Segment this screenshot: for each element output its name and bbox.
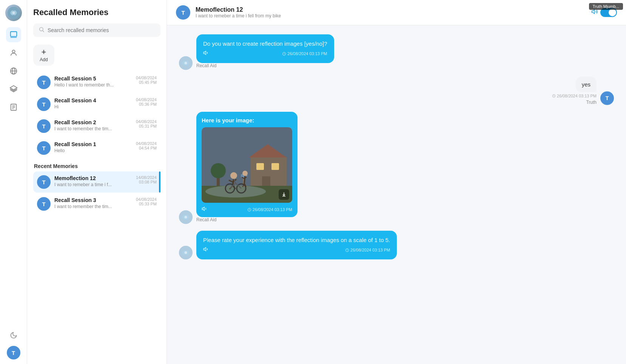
session-preview: I want to remember the tim... — [54, 126, 132, 131]
user-timestamp: 26/08/2024 03:13 PM — [552, 94, 597, 98]
image-bubble-title: Here is your image: — [202, 117, 292, 123]
session-time: 04/08/2024 — [136, 119, 157, 124]
timestamp-3: 26/08/2024 03:13 PM — [247, 207, 292, 212]
session-preview: I want to remeber a time i f... — [54, 182, 132, 187]
session-time-2: 03:08 PM — [139, 180, 157, 184]
session-preview: Hello I want to remember th... — [54, 82, 132, 88]
sidebar-title: Recalled Memories — [33, 8, 160, 17]
svg-point-1 — [12, 11, 15, 14]
messages-area: Do you want to create reflection images … — [167, 25, 626, 364]
session-name: Recall Session 4 — [54, 97, 132, 103]
nav-chat-icon[interactable] — [6, 27, 21, 42]
audio-icon-1[interactable] — [203, 50, 209, 58]
session-item[interactable]: T Recall Session 5 Hello I want to remem… — [33, 72, 160, 93]
search-input[interactable] — [48, 27, 155, 33]
top-user-badge: Truth Mjumb... — [589, 3, 623, 10]
chat-title: Memoflection 12 — [196, 6, 586, 13]
svg-point-22 — [185, 216, 187, 219]
chat-header: T Memoflection 12 I want to remeber a ti… — [167, 0, 626, 25]
session-item[interactable]: T Recall Session 2 I want to remember th… — [33, 116, 160, 137]
bot-bubble-1: Do you want to create reflection images … — [196, 34, 334, 63]
svg-point-30 — [205, 185, 266, 197]
session-time-2: 04:54 PM — [139, 146, 157, 150]
active-indicator — [159, 171, 160, 193]
bot-message-text-4: Please rate your experience with the ref… — [203, 237, 390, 243]
session-name: Recall Session 5 — [54, 76, 132, 82]
message-row-1: Do you want to create reflection images … — [179, 34, 614, 70]
session-time-2: 05:31 PM — [139, 124, 157, 128]
nav-layers-icon[interactable] — [6, 82, 21, 97]
svg-point-35 — [230, 172, 237, 179]
bot-bubble-4: Please rate your experience with the ref… — [196, 231, 397, 259]
image-container — [202, 127, 292, 203]
user-bubble-yes: yes — [576, 77, 597, 92]
image-bubble: Here is your image: — [196, 112, 298, 217]
session-preview: Hello — [54, 148, 132, 153]
session-item[interactable]: T Recall Session 1 Hello 04/08/2024 04:5… — [33, 137, 160, 159]
timestamp-1: 26/08/2024 03:13 PM — [282, 51, 327, 57]
bot-message-text-1: Do you want to create reflection images … — [203, 40, 327, 47]
bot-avatar-3 — [179, 246, 193, 259]
svg-marker-15 — [592, 10, 595, 14]
session-preview: I want to remember the tim... — [54, 204, 132, 209]
nav-moon-icon[interactable] — [6, 328, 21, 343]
svg-point-17 — [185, 62, 187, 65]
svg-rect-27 — [271, 163, 279, 170]
sender-label-3: Recall Aid — [196, 217, 298, 222]
session-time: 14/08/2024 — [136, 175, 157, 180]
session-avatar: T — [37, 141, 51, 155]
session-time: 04/08/2024 — [136, 97, 157, 102]
nav-globe-icon[interactable] — [6, 63, 21, 79]
message-row-4: Please rate your experience with the ref… — [179, 231, 614, 259]
recent-memories-header: Recent Memories — [34, 163, 160, 169]
session-time: 04/08/2024 — [136, 141, 157, 146]
svg-point-32 — [211, 163, 226, 178]
message-row-2: T yes 26/08/2024 03:13 PM Truth — [179, 77, 614, 105]
session-list-main: T Recall Session 5 Hello I want to remem… — [33, 72, 160, 159]
user-name-label: Truth — [586, 100, 597, 105]
sidebar: Recalled Memories + Add T Recall Session… — [27, 0, 167, 364]
session-time: 04/08/2024 — [136, 197, 157, 202]
icon-bar: T — [0, 0, 27, 364]
svg-rect-26 — [256, 163, 264, 170]
add-label: Add — [40, 57, 48, 62]
add-icon: + — [42, 48, 46, 56]
svg-marker-52 — [202, 207, 204, 210]
add-button[interactable]: + Add — [33, 45, 54, 66]
active-session-item[interactable]: T Memoflection 12 I want to remeber a ti… — [33, 171, 160, 193]
search-icon — [39, 26, 45, 34]
chat-header-avatar: T — [176, 5, 190, 20]
download-image-button[interactable] — [279, 189, 289, 200]
session-avatar: T — [37, 119, 51, 133]
session-avatar: T — [37, 97, 51, 111]
svg-point-46 — [242, 171, 248, 176]
session-avatar: T — [37, 76, 51, 89]
session-avatar: T — [37, 175, 51, 189]
svg-point-4 — [12, 50, 15, 53]
session-name: Recall Session 3 — [54, 197, 132, 203]
session-avatar: T — [37, 197, 51, 211]
svg-rect-2 — [10, 32, 17, 37]
sender-label-1: Recall Aid — [196, 63, 334, 68]
app-logo — [5, 5, 22, 21]
svg-point-13 — [40, 28, 43, 31]
svg-line-14 — [43, 31, 44, 32]
svg-line-47 — [244, 176, 245, 183]
nav-people-icon[interactable] — [6, 45, 21, 60]
session-item[interactable]: T Recall Session 3 I want to remember th… — [33, 193, 160, 214]
svg-marker-56 — [204, 247, 206, 251]
nav-notes-icon[interactable] — [6, 100, 21, 115]
session-name: Memoflection 12 — [54, 175, 132, 181]
chat-subtitle: I want to remeber a time i fell from my … — [196, 13, 586, 19]
toggle-knob — [609, 9, 616, 16]
session-item[interactable]: T Recall Session 4 Hi 04/08/2024 05:36 P… — [33, 94, 160, 115]
recent-memories-list: T Memoflection 12 I want to remeber a ti… — [33, 171, 160, 214]
session-name: Recall Session 2 — [54, 119, 132, 125]
session-time-2: 05:45 PM — [139, 80, 157, 85]
audio-icon-2[interactable] — [202, 206, 208, 213]
user-avatar-bottom[interactable]: T — [7, 346, 20, 359]
message-row-3: Here is your image: — [179, 112, 614, 224]
audio-icon-4[interactable] — [203, 246, 209, 254]
session-time-2: 05:33 PM — [139, 202, 157, 206]
session-name: Recall Session 1 — [54, 141, 132, 147]
